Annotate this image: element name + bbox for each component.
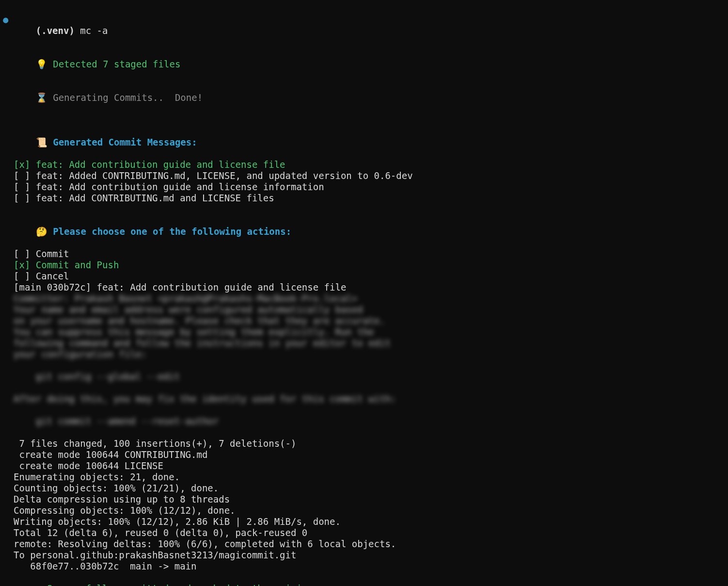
commit-result: [main 030b72c] feat: Add contribution gu… — [0, 282, 728, 293]
blank-line — [0, 204, 728, 215]
blurred-line: You can suppress this message by setting… — [0, 326, 728, 338]
output-line: create mode 100644 CONTRIBUTING.md — [0, 449, 728, 460]
commit-option[interactable]: [ ] feat: Add contribution guide and lic… — [0, 181, 728, 193]
blurred-line — [0, 382, 728, 393]
blurred-line: git config --global --edit — [0, 371, 728, 382]
output-line: Total 12 (delta 6), reused 0 (delta 0), … — [0, 527, 728, 538]
checkbox-mark: [ ] — [14, 248, 36, 259]
action-option[interactable]: [x] Commit and Push — [0, 260, 728, 271]
blurred-line: git commit --amend --reset-author — [0, 416, 728, 427]
action-option[interactable]: [ ] Commit — [0, 248, 728, 260]
scroll-icon: 📜 — [36, 137, 47, 148]
lightbulb-icon: 💡 — [36, 59, 47, 70]
output-line: 7 files changed, 100 insertions(+), 7 de… — [0, 438, 728, 449]
action-msg: Cancel — [36, 271, 69, 281]
blank-line — [0, 114, 728, 126]
generating-text: Generating Commits.. — [53, 92, 175, 103]
output-line: create mode 100644 LICENSE — [0, 460, 728, 472]
checkbox-mark: [x] — [14, 159, 36, 170]
commit-msg: feat: Add CONTRIBUTING.md and LICENSE fi… — [36, 193, 274, 203]
output-line: To personal.github:prakashBasnet3213/mag… — [0, 550, 728, 561]
commit-option[interactable]: [ ] feat: Add CONTRIBUTING.md and LICENS… — [0, 193, 728, 204]
output-line: Writing objects: 100% (12/12), 2.86 KiB … — [0, 516, 728, 527]
commits-header-text: Generated Commit Messages: — [53, 137, 197, 147]
success-line: ✔ Successfully committed and pushed to t… — [0, 572, 728, 586]
output-line: Delta compression using up to 8 threads — [0, 494, 728, 505]
actions-header-text: Please choose one of the following actio… — [53, 226, 291, 237]
checkbox-mark: [ ] — [14, 170, 36, 181]
success-text: Successfully committed and pushed to the… — [47, 583, 313, 586]
hourglass-icon: ⌛ — [36, 92, 47, 103]
blurred-line — [0, 405, 728, 416]
terminal-output[interactable]: ● (.venv) mc -a 💡 Detected 7 staged file… — [0, 0, 728, 586]
prompt-bullet-icon: ● — [3, 14, 8, 25]
checkbox-mark: [ ] — [14, 193, 36, 203]
commit-msg: feat: Add contribution guide and license… — [36, 159, 285, 170]
git-output: 7 files changed, 100 insertions(+), 7 de… — [0, 438, 728, 572]
done-text: Done! — [175, 92, 203, 103]
blurred-line — [0, 427, 728, 438]
blurred-line: Your name and email address were configu… — [0, 304, 728, 315]
actions-header: 🤔 Please choose one of the following act… — [0, 215, 728, 248]
action-msg: Commit and Push — [36, 260, 119, 270]
blurred-line: After doing this, you may fix the identi… — [0, 393, 728, 405]
blurred-line: Committer: Prakash Basnet <prakash@Praka… — [0, 293, 728, 304]
blurred-line: your configuration file: — [0, 349, 728, 360]
output-line: Enumerating objects: 21, done. — [0, 472, 728, 483]
thinking-icon: 🤔 — [36, 226, 47, 237]
action-option[interactable]: [ ] Cancel — [0, 271, 728, 282]
blurred-line — [0, 360, 728, 371]
checkbox-mark: [x] — [14, 260, 36, 270]
output-line: 68f0e77..030b72c main -> main — [0, 561, 728, 572]
detected-line: 💡 Detected 7 staged files — [0, 48, 728, 81]
checkbox-mark: [ ] — [14, 271, 36, 281]
blurred-line: on your username and hostname. Please ch… — [0, 315, 728, 326]
venv-label: (.venv) — [36, 25, 80, 36]
command-text: mc -a — [80, 25, 108, 36]
generating-line: ⌛ Generating Commits.. Done! — [0, 81, 728, 114]
commit-msg: feat: Added CONTRIBUTING.md, LICENSE, an… — [36, 170, 413, 181]
commit-option[interactable]: [x] feat: Add contribution guide and lic… — [0, 159, 728, 170]
prompt-line: ● (.venv) mc -a — [0, 3, 728, 48]
blurred-line: following command and follow the instruc… — [0, 338, 728, 349]
commits-header: 📜 Generated Commit Messages: — [0, 126, 728, 159]
commit-option[interactable]: [ ] feat: Added CONTRIBUTING.md, LICENSE… — [0, 170, 728, 181]
check-icon: ✔ — [36, 583, 47, 586]
checkbox-mark: [ ] — [14, 181, 36, 192]
commit-msg: feat: Add contribution guide and license… — [36, 181, 324, 192]
output-line: remote: Resolving deltas: 100% (6/6), co… — [0, 538, 728, 550]
output-line: Compressing objects: 100% (12/12), done. — [0, 505, 728, 516]
blurred-git-config: Committer: Prakash Basnet <prakash@Praka… — [0, 293, 728, 438]
action-msg: Commit — [36, 248, 69, 259]
detected-text: Detected 7 staged files — [53, 59, 180, 69]
output-line: Counting objects: 100% (21/21), done. — [0, 483, 728, 494]
